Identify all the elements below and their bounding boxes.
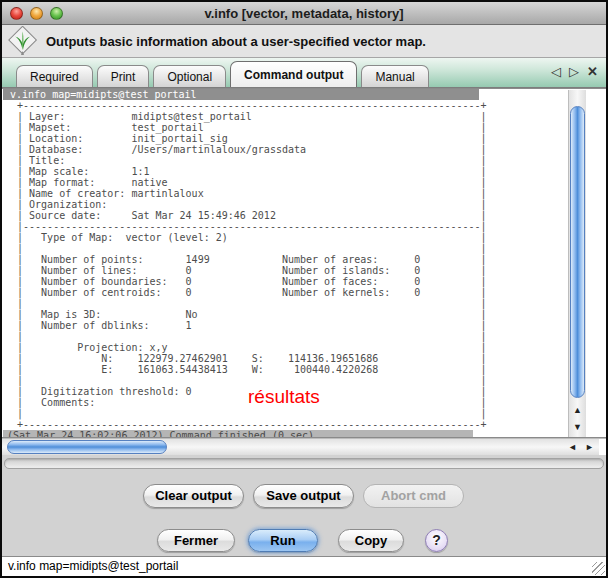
horizontal-scrollbar-thumb[interactable]	[7, 440, 167, 454]
horizontal-scrollbar-arrows: ◄ ►	[564, 439, 598, 455]
resize-grip[interactable]	[592, 562, 605, 575]
command-line-highlight[interactable]: v.info map=midipts@test_portail	[3, 89, 479, 100]
grass-logo-icon	[8, 26, 38, 57]
tabs: Required Print Optional Command output M…	[16, 61, 429, 87]
status-text: v.info map=midipts@test_portail	[8, 559, 178, 573]
scroll-down-icon[interactable]: ▼	[569, 419, 586, 436]
fermer-button[interactable]: Fermer	[157, 529, 235, 552]
tab-bar: Required Print Optional Command output M…	[2, 58, 606, 88]
window-title: v.info [vector, metadata, history]	[2, 2, 606, 25]
tab-nav: ◁ ▷ ✕	[551, 64, 598, 79]
tab-command-output[interactable]: Command output	[230, 61, 357, 87]
copy-button[interactable]: Copy	[338, 529, 404, 552]
status-bar: v.info map=midipts@test_portail	[2, 556, 606, 576]
abort-cmd-button: Abort cmd	[363, 484, 464, 508]
scroll-right-icon[interactable]: ►	[581, 439, 598, 455]
annotation-resultats: résultats	[248, 386, 320, 408]
horizontal-scrollbar[interactable]: ◄ ►	[2, 438, 606, 455]
clear-output-button[interactable]: Clear output	[143, 484, 244, 508]
tab-required[interactable]: Required	[16, 65, 93, 87]
scroll-up-icon[interactable]: ▲	[569, 402, 586, 419]
module-description-bar: Outputs basic information about a user-s…	[2, 25, 606, 58]
title-bar[interactable]: v.info [vector, metadata, history]	[2, 2, 606, 25]
vertical-scrollbar-arrows: ▲ ▼	[569, 402, 587, 436]
prev-tab-icon[interactable]: ◁	[551, 64, 561, 79]
tab-manual[interactable]: Manual	[361, 65, 428, 87]
progress-gauge	[4, 458, 604, 469]
vertical-scrollbar[interactable]: ▲ ▼	[568, 90, 586, 438]
run-button[interactable]: Run	[248, 529, 318, 552]
vertical-scrollbar-thumb[interactable]	[570, 106, 585, 398]
command-finished-line: (Sat Mar 24 16:02:06 2012) Command finis…	[3, 430, 473, 438]
save-output-button[interactable]: Save output	[253, 484, 354, 508]
vinfo-window: v.info [vector, metadata, history] Outpu…	[0, 0, 608, 578]
scroll-left-icon[interactable]: ◄	[564, 439, 581, 455]
output-text[interactable]: +---------------------------------------…	[3, 100, 487, 430]
close-tab-icon[interactable]: ✕	[587, 64, 598, 79]
tab-optional[interactable]: Optional	[153, 65, 226, 87]
tab-print[interactable]: Print	[97, 65, 150, 87]
scrollbar-corner	[599, 439, 606, 455]
command-output-panel[interactable]: v.info map=midipts@test_portail +-------…	[2, 88, 606, 438]
help-button[interactable]: ?	[425, 529, 448, 552]
module-description: Outputs basic information about a user-s…	[46, 34, 426, 49]
next-tab-icon[interactable]: ▷	[569, 64, 579, 79]
